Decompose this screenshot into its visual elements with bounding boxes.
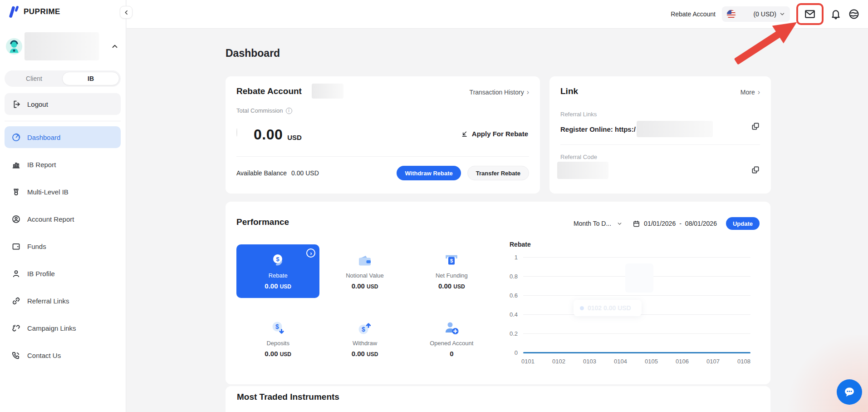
update-button[interactable]: Update [726,217,760,230]
x-axis-tick: 0103 [583,358,596,365]
metric-value: 0.00 USD [265,282,291,290]
metric-label: Rebate [269,272,288,279]
performance-controls: Month To D... 01/01/2026 - 08/01/2026 Up… [574,217,760,230]
chat-widget-button[interactable] [837,379,862,405]
y-axis-tick: 0.6 [503,292,523,299]
sidebar-divider [5,121,121,121]
withdraw-rebate-button[interactable]: Withdraw Rebate [397,166,461,180]
sidebar-item-multi-level-ib[interactable]: Multi-Level IB [5,181,121,203]
apply-for-rebate-link[interactable]: Apply For Rebate [461,130,528,138]
sidebar-item-label: Account Report [27,215,74,223]
y-axis-tick: 1 [503,254,523,261]
available-balance-row: Available Balance 0.00 USD Withdraw Reba… [236,165,529,181]
account-balance: (0 USD) [753,10,776,18]
x-axis-tick: 0105 [645,358,658,365]
sidebar-collapse-button[interactable] [120,6,132,19]
rebate-line-chart: Rebate 1 0.8 0.6 0.4 0.2 0 0101 0102 010… [503,241,750,365]
available-balance-label: Available Balance [236,169,287,177]
more-link[interactable]: More › [740,88,760,96]
sidebar-item-label: IB Profile [27,270,55,278]
metric-tile-notional-value[interactable]: Notional Value 0.00 USD [323,244,406,298]
us-flag-icon [726,10,736,19]
account-type-toggle: Client IB [5,70,121,87]
chevron-down-icon [779,11,785,17]
y-axis-tick: 0 [503,349,523,356]
sidebar-item-label: Referral Links [27,297,69,305]
sidebar-item-dashboard[interactable]: Dashboard [5,126,121,148]
date-from: 01/01/2026 [644,220,676,227]
date-range-select[interactable]: Month To D... [574,220,623,227]
referral-link-value: Register Online: https:/ [560,121,713,137]
profile-row[interactable] [5,32,121,61]
chart-data-line [523,352,750,353]
sidebar-item-account-report[interactable]: Account Report [5,208,121,230]
person-plus-icon [443,320,460,337]
toggle-ib[interactable]: IB [62,72,119,85]
tooltip-text: 0102 0.00 USD [588,304,631,312]
logout-label: Logout [27,100,48,108]
top-header: Rebate Account (0 USD) [127,0,868,29]
metric-tile-net-funding[interactable]: $ Net Funding 0.00 USD [410,244,493,298]
x-axis-labels: 0101 0102 0103 0104 0105 0106 0107 0108 [521,358,750,365]
sidebar-item-label: Dashboard [27,134,60,141]
metric-label: Withdraw [353,340,377,347]
dollar-coin-icon: $ [270,253,286,269]
metric-value: 0.00 USD [352,282,378,290]
sidebar-item-funds[interactable]: Funds [5,235,121,257]
usd-flag-icon [236,129,249,141]
metric-value: 0.00 USD [265,350,291,357]
copy-referral-link-icon[interactable] [751,122,760,131]
transfer-rebate-button[interactable]: Transfer Rebate [467,166,529,180]
chart-title: Rebate [510,241,750,248]
svg-text:$: $ [362,326,365,333]
sidebar-item-campaign-links[interactable]: Campaign Links [5,317,121,339]
info-icon[interactable]: i [286,108,292,114]
card-divider [236,156,529,157]
copy-referral-code-icon[interactable] [751,165,760,174]
x-axis-tick: 0106 [676,358,689,365]
chevron-up-icon[interactable] [111,42,119,50]
sidebar-item-label: Multi-Level IB [27,188,69,196]
date-range-picker[interactable]: 01/01/2026 - 08/01/2026 [633,220,717,228]
language-globe-icon[interactable] [848,8,860,20]
rebate-account-card: Rebate Account Transaction History › Tot… [226,76,540,194]
performance-card: Performance Month To D... 01/01/2026 - 0… [226,202,770,384]
mail-icon[interactable] [804,8,816,20]
sidebar-item-referral-links[interactable]: Referral Links [5,290,121,312]
mail-icon-highlight-box[interactable] [796,3,824,25]
sidebar-item-contact-us[interactable]: Contact Us [5,344,121,366]
toggle-client[interactable]: Client [6,72,62,85]
metric-tile-opened-account[interactable]: Opened Account 0 [410,314,493,363]
logout-button[interactable]: Logout [5,93,121,115]
x-axis-tick: 0108 [737,358,750,365]
dollar-up-icon: $ [357,320,373,337]
commission-value: 0.00 [254,126,283,143]
sidebar-item-label: Contact Us [27,352,61,359]
y-axis-tick: 0.2 [503,330,523,337]
sidebar-item-label: Funds [27,243,46,250]
puprime-logo-icon [6,5,20,19]
metric-label: Opened Account [430,340,473,347]
page-title: Dashboard [226,47,280,60]
logout-icon [12,99,22,109]
transaction-history-link[interactable]: Transaction History › [470,88,529,96]
redacted-user-name [25,32,99,60]
performance-title: Performance [236,217,289,227]
sidebar-item-ib-report[interactable]: IB Report [5,154,121,175]
metric-tile-rebate[interactable]: › $ Rebate 0.00 USD [236,244,319,298]
wallet-icon [11,241,21,251]
metric-tile-deposits[interactable]: $ Deposits 0.00 USD [236,314,319,363]
metric-label: Net Funding [436,272,468,279]
rebate-card-title: Rebate Account [236,86,302,96]
y-axis-tick: 0.8 [503,273,523,280]
metric-tile-withdraw[interactable]: $ Withdraw 0.00 USD [323,314,406,363]
notifications-bell-icon[interactable] [830,8,842,20]
sidebar: PUPRIME Client IB [0,0,126,412]
redacted-referral-link [637,121,713,137]
svg-text:$: $ [450,258,453,263]
x-axis-tick: 0101 [521,358,535,365]
account-selector-dropdown[interactable]: (0 USD) [722,6,790,22]
sidebar-item-ib-profile[interactable]: IB Profile [5,263,121,284]
performance-metrics: › $ Rebate 0.00 USD Notional Value 0.00 … [236,244,493,363]
metric-label: Notional Value [346,272,384,279]
